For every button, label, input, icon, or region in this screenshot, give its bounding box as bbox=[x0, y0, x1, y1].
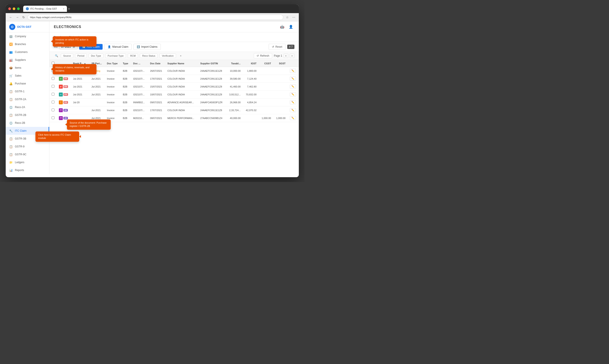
header-taxable[interactable]: Taxabl... bbox=[226, 60, 243, 67]
header-doc-date[interactable]: Doc Date bbox=[148, 60, 165, 67]
back-button[interactable]: ← bbox=[8, 15, 13, 19]
close-filters-button[interactable]: × bbox=[178, 54, 183, 58]
tab-close-button[interactable]: × bbox=[63, 8, 64, 10]
header-igst[interactable]: IGST bbox=[243, 60, 259, 67]
sidebar-item-gstr2b[interactable]: 📋 GSTR-2B bbox=[6, 111, 49, 119]
header-doc-type[interactable]: Doc Type bbox=[105, 60, 121, 67]
sidebar-label-items: Items bbox=[15, 66, 21, 69]
sidebar-item-gstr1[interactable]: 📋 GSTR-1 bbox=[6, 88, 49, 95]
header-type[interactable]: Type bbox=[120, 60, 131, 67]
reset-icon: ↺ bbox=[272, 45, 274, 48]
sidebar-item-suppliers[interactable]: 🏭 Suppliers bbox=[6, 56, 49, 64]
sidebar-item-company[interactable]: 🏢 Company bbox=[6, 32, 49, 40]
sidebar-item-purchase[interactable]: 🔔 Purchase bbox=[6, 80, 49, 88]
row-edit-button[interactable]: ✏️ bbox=[290, 77, 296, 81]
row-edit-cell: ✏️ bbox=[288, 75, 299, 83]
row-checkbox-2[interactable] bbox=[52, 85, 54, 88]
table-row: ? 2B Jul-2021 Invoice B2B I202107/... 17… bbox=[50, 106, 299, 114]
sidebar-item-branches[interactable]: 🔀 Branches bbox=[6, 40, 49, 48]
sales-icon: 🛒 bbox=[9, 74, 13, 78]
filter-recostatus[interactable]: Reco Status bbox=[140, 53, 158, 58]
next-page-button[interactable]: › bbox=[290, 53, 294, 58]
prev-page-button[interactable]: ‹ bbox=[284, 53, 288, 58]
sidebar-item-reports[interactable]: 📊 Reports bbox=[6, 166, 49, 174]
menu-button[interactable]: ⋯ bbox=[291, 15, 296, 19]
row-edit-button[interactable]: ✏️ bbox=[290, 116, 296, 120]
sidebar-item-reco2a[interactable]: ⚖️ Reco-2A bbox=[6, 103, 49, 111]
tab-favicon bbox=[26, 7, 29, 10]
maximize-button[interactable] bbox=[17, 7, 20, 10]
status-badge: ! bbox=[59, 100, 63, 104]
row-book-period: Jul-2021 bbox=[71, 83, 89, 91]
row-doc-date: 10/07/2021 bbox=[148, 91, 165, 98]
bookmark-button[interactable]: ☆ bbox=[285, 15, 290, 19]
page-header: ELECTRONICS 🤖 👤 bbox=[50, 21, 299, 32]
sidebar-item-sales[interactable]: 🛒 Sales bbox=[6, 72, 49, 80]
reload-button[interactable]: ↻ bbox=[21, 15, 26, 19]
forward-button[interactable]: → bbox=[15, 15, 20, 19]
filter-purchasetype[interactable]: Purchase Type bbox=[105, 53, 126, 58]
sidebar-item-ledgers[interactable]: 📁 Ledgers bbox=[6, 158, 49, 166]
minimize-button[interactable] bbox=[13, 7, 15, 10]
row-edit-button[interactable]: ✏️ bbox=[290, 92, 296, 96]
row-type: B2B bbox=[120, 91, 131, 98]
filter-period[interactable]: Period bbox=[75, 53, 87, 58]
row-edit-button[interactable]: ✏️ bbox=[290, 69, 296, 73]
manual-claim-button[interactable]: 👤 Manual Claim bbox=[104, 44, 131, 50]
new-tab-button[interactable]: + bbox=[68, 7, 70, 12]
reset-button[interactable]: ↺ Reset bbox=[269, 44, 285, 50]
refresh-button[interactable]: ↺ Refresh bbox=[254, 53, 272, 58]
header-cgst[interactable]: CGST bbox=[259, 60, 273, 67]
filter-source[interactable]: Source bbox=[61, 53, 73, 58]
row-edit-button[interactable]: ✏️ bbox=[290, 108, 296, 112]
row-edit-button[interactable]: ✏️ bbox=[290, 100, 296, 104]
row-supplier-name: MERCK PERFORMAN... bbox=[165, 114, 198, 122]
tooltip-invoices-pending: Invoices on which ITC action is pending bbox=[53, 36, 96, 47]
row-checkbox-4[interactable] bbox=[52, 101, 54, 104]
header-doc-no[interactable]: Doc ... bbox=[131, 60, 148, 67]
row-checkbox-5[interactable] bbox=[52, 108, 54, 111]
row-checkbox-3[interactable] bbox=[52, 93, 54, 96]
close-button[interactable] bbox=[8, 7, 11, 10]
data-table: Book P... ▲ 2B Peri... Doc Type Type Doc… bbox=[50, 60, 299, 174]
filter-verification[interactable]: Verification bbox=[159, 53, 176, 58]
row-checkbox-1[interactable] bbox=[52, 77, 54, 80]
sidebar-item-gstr9c[interactable]: 📋 GSTR-9C bbox=[6, 151, 49, 158]
row-cgst: 1,000.00 bbox=[259, 114, 273, 122]
filter-rcm[interactable]: RCM bbox=[128, 53, 138, 58]
import-icon: ⬇️ bbox=[137, 45, 140, 48]
row-2b-period: Jul-2021 bbox=[89, 75, 105, 83]
row-taxable: 40,000.00 bbox=[226, 114, 243, 122]
header-sgst[interactable]: SGST bbox=[273, 60, 288, 67]
row-edit-cell: ✏️ bbox=[288, 106, 299, 114]
row-taxable: 2,33,724... bbox=[226, 106, 243, 114]
filter-doctype[interactable]: Doc Type bbox=[89, 53, 104, 58]
row-supplier-gstin: 24AAEFC0911E1Z8 bbox=[198, 67, 226, 75]
url-bar[interactable] bbox=[27, 15, 283, 20]
sidebar-item-gstr9[interactable]: 📋 GSTR-9 bbox=[6, 143, 49, 151]
tooltip2-text: History of claims, reversals, and reclai… bbox=[55, 66, 90, 72]
sidebar-item-customers[interactable]: 👥 Customers bbox=[6, 48, 49, 56]
sidebar-item-reco2b[interactable]: ⚖️ Reco-2B bbox=[6, 119, 49, 127]
robot-button[interactable]: 🤖 bbox=[279, 23, 286, 30]
row-doc-date: 15/07/2021 bbox=[148, 83, 165, 91]
row-book-period: Jul-20 bbox=[71, 98, 89, 106]
row-checkbox-6[interactable] bbox=[52, 116, 54, 119]
row-edit-cell: ✏️ bbox=[288, 91, 299, 98]
sidebar-item-gstr2a[interactable]: 📋 GSTR-2A bbox=[6, 95, 49, 103]
row-doc-no: INIWB02... bbox=[131, 98, 148, 106]
active-browser-tab[interactable]: ITC Pending – Octa GST × bbox=[23, 6, 67, 12]
header-supplier-name[interactable]: Supplier Name bbox=[165, 60, 198, 67]
row-edit-button[interactable]: ✏️ bbox=[290, 84, 296, 89]
user-button[interactable]: 👤 bbox=[287, 23, 294, 30]
header-supplier-gstin[interactable]: Supplier GSTIN bbox=[198, 60, 226, 67]
table-body: ! PR Jul-2021 Pending Invoice B2B I20210… bbox=[50, 67, 299, 122]
row-doc-type: Invoice bbox=[105, 75, 121, 83]
branches-icon: 🔀 bbox=[9, 42, 13, 46]
row-doc-no: I202107/... bbox=[131, 106, 148, 114]
import-claims-button[interactable]: ⬇️ Import Claims bbox=[133, 44, 161, 50]
sidebar-item-items[interactable]: 📦 Items bbox=[6, 64, 49, 72]
row-igst: 70,832.00 bbox=[243, 91, 259, 98]
row-supplier-name: COLOUR INDIA bbox=[165, 91, 198, 98]
row-doc-date: 17/07/2021 bbox=[148, 75, 165, 83]
